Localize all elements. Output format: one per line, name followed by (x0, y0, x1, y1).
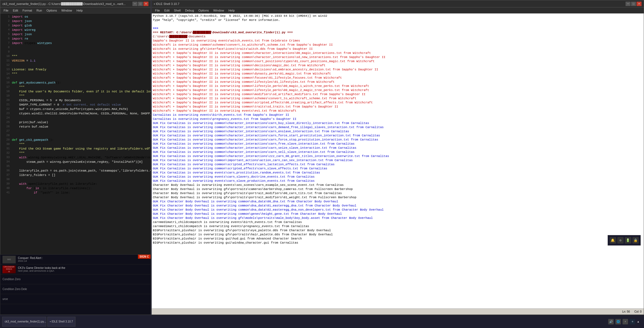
notif-icons: 🔔 ⚙ 🔋 🔒 (610, 237, 639, 244)
steam-item-1[interactable]: IMG Conquer: Red Alert : 2022.14 SIGN C (0, 255, 151, 264)
steam-label-5: urce (2, 297, 8, 301)
menu-shell-right[interactable]: Shell (172, 8, 183, 13)
code-line: 16def get_mydocuments_path(): (0, 81, 151, 85)
menu-help-left[interactable]: Help (74, 8, 85, 13)
menu-edit-left[interactable]: Edit (11, 8, 20, 13)
tray-steam-icon[interactable]: ⚙ (630, 319, 635, 324)
line-number: 29 (1, 138, 10, 142)
tray-icon-2[interactable]: 🌐 (615, 319, 621, 324)
line-content (12, 116, 150, 120)
line-content: ctypes.windll.shell32.SHGetFolderPathW(N… (12, 111, 151, 116)
line-number: 38 (1, 177, 10, 182)
menu-help-right[interactable]: Help (226, 8, 237, 13)
menu-file-right[interactable]: File (153, 8, 162, 13)
code-line: 4import winreg (0, 28, 151, 32)
line-number: 11 (1, 59, 10, 63)
shell-line: C:\Users\██████████\Documents (153, 35, 643, 39)
line-content: Find the user's My Documents folder, eve… (12, 89, 151, 94)
left-maximize-button[interactable]: □ (138, 2, 143, 6)
menu-run-left[interactable]: Run (34, 8, 44, 13)
shell-line: GUK Fix Carnalitas is overwriting events… (153, 179, 643, 183)
shell-line: GUK Fix Carnalitas is overwriting common… (153, 125, 643, 129)
steam-label-3: Condition Zero (2, 278, 21, 281)
menu-format-left[interactable]: Format (20, 8, 34, 13)
steam-item-2[interactable]: CRUSADERKINGSIII CK3's Game Director loo… (0, 264, 151, 274)
line-number: 40 (1, 186, 10, 191)
shell-line: GUK Fix Carnalitas is overwriting common… (153, 154, 643, 158)
line-content (12, 164, 150, 169)
code-line: 27 (0, 129, 151, 133)
steam-label-4: Condition Zero Dele (2, 288, 27, 291)
menu-options-right[interactable]: Options (196, 8, 211, 13)
line-number: 2 (1, 19, 10, 23)
line-number: 5 (1, 32, 10, 37)
right-window-title: ▪ IDLE Shell 3.10.7 (154, 2, 626, 5)
line-number: 18 (1, 89, 10, 94)
taskbar-btn-1[interactable]: ck3_mod_overwrite_finder(1).py... (2, 317, 46, 327)
line-number: 8 (1, 45, 10, 50)
shell-line: Witchcraft + Sappho's Daughter II is ove… (153, 55, 643, 59)
tray-icon-1[interactable]: 🔊 (608, 319, 614, 324)
notif-icon-3[interactable]: 🔋 (625, 237, 631, 244)
line-number: 3 (1, 23, 10, 28)
menu-window-right[interactable]: Window (211, 8, 226, 13)
line-number: 39 (1, 182, 10, 186)
menu-debug-right[interactable]: Debug (183, 8, 196, 13)
left-close-button[interactable]: ✕ (143, 2, 148, 6)
shell-line: carnmedimatri_childcompatch is overwriti… (153, 224, 643, 228)
left-window-controls: ─ □ ✕ (132, 2, 148, 6)
notif-icon-2[interactable]: ⚙ (617, 237, 624, 244)
notif-icon-4[interactable]: 🔒 (632, 237, 639, 244)
line-content: """ (12, 54, 150, 59)
shell-line: GUK Fix Carnalitas is overwriting common… (153, 138, 643, 142)
code-line: 30 """ (0, 142, 151, 147)
steam-item-5[interactable]: urce (0, 294, 151, 304)
right-col-status: Col: 0 (634, 310, 642, 313)
line-number: 24 (1, 116, 10, 120)
code-line: 25 print(buf.value) (0, 120, 151, 125)
line-content: """ (12, 85, 150, 89)
steam-item-3[interactable]: Condition Zero (0, 274, 151, 284)
right-maximize-button[interactable]: □ (631, 2, 636, 6)
steam-thumb-2: CRUSADERKINGSIII (2, 266, 16, 273)
line-content: libraryfile_path = os.path.join(steam_pa… (12, 169, 151, 173)
shell-line: Witchcraft + Sappho's Daughter II is ove… (153, 59, 643, 64)
menu-options-left[interactable]: Options (44, 8, 59, 13)
code-line: 3import glob (0, 23, 151, 28)
code-line: 9 (0, 50, 151, 54)
shell-content[interactable]: Python 3.10.7 (tags/v3.10.7:6cc6b13, Sep… (152, 13, 644, 308)
line-number: 4 (1, 28, 10, 32)
menu-file-left[interactable]: File (1, 8, 11, 13)
right-close-button[interactable]: ✕ (637, 2, 642, 6)
left-menu-bar: File Edit Format Run Options Window Help (0, 7, 151, 13)
taskbar-btn-2[interactable]: ▪ IDLE Shell 3.10.7 (47, 317, 75, 327)
line-content: import json (12, 32, 150, 37)
tray-icon-3[interactable]: ⚡ (623, 319, 628, 324)
code-line: 14""" (0, 72, 151, 76)
menu-window-left[interactable]: Window (59, 8, 74, 13)
shell-line: === RESTART: C:\Users\██████████\Downloa… (153, 31, 643, 35)
right-notification: 🔔 ⚙ 🔋 🔒 (608, 235, 641, 246)
shell-line: Witchcraft is overwriting gfx\interface\… (153, 47, 643, 51)
shell-line: carnmedimatri_childcompatch is overwriti… (153, 220, 643, 224)
right-status-bar: Ln: 56 Col: 0 (152, 308, 644, 315)
shell-line: GUK Fix Carnalitas is overwriting events… (153, 171, 643, 175)
menu-edit-right[interactable]: Edit (162, 8, 172, 13)
right-minimize-button[interactable]: ─ (626, 2, 631, 6)
line-content: """ (12, 94, 150, 98)
line-content: print(buf.value) (12, 120, 150, 125)
line-content (12, 76, 150, 81)
notif-icon-1[interactable]: 🔔 (610, 237, 616, 244)
left-minimize-button[interactable]: ─ (132, 2, 137, 6)
line-number: 41 (1, 191, 10, 195)
shell-area: Python 3.10.7 (tags/v3.10.7:6cc6b13, Sep… (152, 13, 644, 308)
shell-line: Sappho's Daughter II is overwriting even… (153, 39, 643, 43)
line-number: 28 (1, 133, 10, 138)
shell-line: GUK Fix Character Body Overhaul is overw… (153, 204, 643, 208)
code-line: 5import json (0, 32, 151, 37)
shell-line: Witchcraft + Sappho's Daughter II is ove… (153, 68, 643, 72)
shell-line: Type "help", "copyright", "credits" or "… (153, 18, 643, 22)
steam-item-4[interactable]: Condition Zero Dele (0, 284, 151, 294)
code-line: 7import ctypes.wintypes (0, 41, 151, 45)
taskbar-tray: 🔊 🌐 ⚡ ⚙ ▲ (608, 319, 642, 324)
